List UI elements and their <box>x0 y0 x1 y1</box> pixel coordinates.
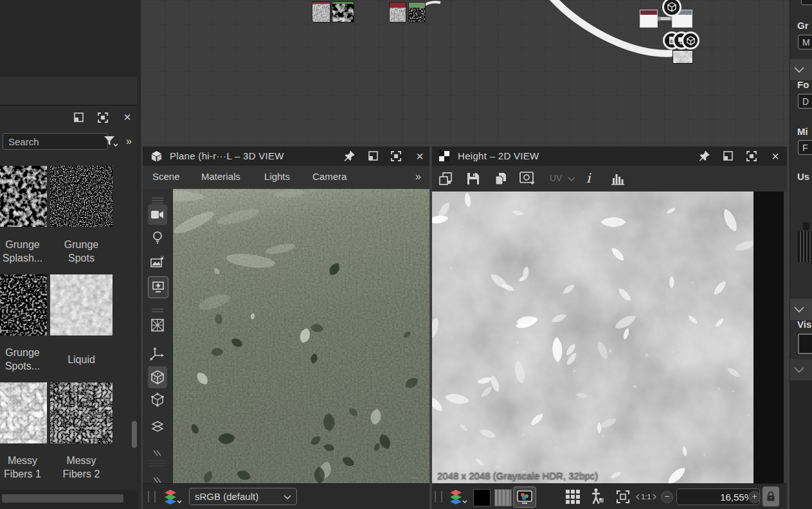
panel-edge <box>784 192 787 483</box>
height-map-image <box>432 192 753 483</box>
graph-node[interactable] <box>312 1 330 22</box>
graph-node-thumbnail[interactable] <box>672 50 693 64</box>
color-layers-icon[interactable] <box>449 489 468 506</box>
tiling-swatch[interactable] <box>494 489 512 506</box>
view2d-bottom-bar: 1:1 − + <box>432 483 787 509</box>
copy-icon[interactable] <box>492 170 509 188</box>
menu-materials[interactable]: Materials <box>201 171 240 182</box>
viewport-2d[interactable]: 2048 x 2048 (Grayscale HDR, 32bpc) <box>432 192 787 483</box>
view3d-tool-column <box>143 189 173 483</box>
resize-grip[interactable] <box>435 491 442 503</box>
close-icon[interactable]: × <box>121 111 134 123</box>
light-bulb-icon[interactable] <box>148 229 167 247</box>
menu-overflow-icon[interactable]: » <box>415 171 421 183</box>
viewport-3d[interactable] <box>172 189 429 483</box>
asset-label: GrungeSpots... <box>0 346 45 373</box>
colorspace-dropdown[interactable]: sRGB (default) <box>189 488 297 505</box>
wireframe-cube-button[interactable] <box>148 366 167 388</box>
library-header-strip <box>0 76 141 105</box>
info-icon[interactable]: i <box>586 170 590 186</box>
menu-camera[interactable]: Camera <box>312 171 347 182</box>
shelf-overflow-icon[interactable]: » <box>126 136 132 147</box>
group-value-button[interactable]: M <box>798 35 812 49</box>
graph-node[interactable] <box>389 2 406 22</box>
save-icon[interactable] <box>465 170 482 188</box>
mannequin-scale-icon[interactable] <box>589 487 606 505</box>
resize-grip[interactable] <box>148 491 156 503</box>
asset-thumbnail <box>0 382 47 443</box>
asset-label: Liquid <box>50 353 113 366</box>
chevron-down-icon <box>794 307 804 313</box>
zoom-out-button[interactable]: − <box>661 491 673 503</box>
color-layers-icon[interactable] <box>163 489 183 506</box>
environment-image-icon[interactable] <box>148 253 167 271</box>
small-swatch[interactable] <box>803 222 809 230</box>
display-rgb-button[interactable] <box>513 487 536 508</box>
horizontal-scrollbar[interactable] <box>2 494 123 503</box>
uv-chevron-icon[interactable] <box>568 177 575 182</box>
menu-lights[interactable]: Lights <box>264 171 290 182</box>
arrow-right-icon <box>653 494 656 500</box>
maximize-icon[interactable] <box>390 150 402 163</box>
search-input[interactable] <box>3 133 108 150</box>
mesh-badge-icon <box>681 31 699 49</box>
menu-scene[interactable]: Scene <box>152 171 180 182</box>
asset-thumbnail <box>50 382 113 443</box>
histogram-icon[interactable] <box>609 170 626 188</box>
mip-value-button[interactable]: F <box>798 140 812 155</box>
transform-axis-icon[interactable] <box>148 345 167 363</box>
graph-node[interactable] <box>408 2 426 22</box>
close-icon[interactable]: × <box>413 150 426 163</box>
background-color-swatch[interactable] <box>473 489 491 506</box>
asset-thumbnail <box>0 166 47 227</box>
maximize-icon[interactable] <box>96 111 109 124</box>
dock-icon[interactable] <box>721 150 734 163</box>
geometry-grid-icon[interactable] <box>148 316 167 334</box>
shelf-right-divider <box>137 0 141 509</box>
filter-icon[interactable] <box>103 134 120 150</box>
one-to-one-label: 1:1 <box>641 493 651 501</box>
display-settings-button[interactable] <box>148 276 168 298</box>
format-value-button[interactable]: D <box>798 94 812 109</box>
arrow-left-icon <box>636 494 640 500</box>
pin-icon[interactable] <box>698 150 710 163</box>
image-refresh-icon[interactable] <box>519 170 536 188</box>
close-icon[interactable]: × <box>769 150 782 163</box>
section-header[interactable] <box>790 59 812 80</box>
lock-zoom-button[interactable] <box>762 487 779 506</box>
asset-label: GrungeSplash... <box>0 238 45 265</box>
graph-node-output[interactable] <box>640 10 658 28</box>
library-panel: × » GrungeSplash... GrungeSpots GrungeSp… <box>0 0 141 509</box>
grid-toggle-icon[interactable] <box>564 488 581 506</box>
view2d-toolbar: UV i <box>432 166 787 192</box>
uv-mode-label[interactable]: UV <box>550 173 562 183</box>
dock-icon[interactable] <box>366 150 379 163</box>
property-input-fragment[interactable] <box>801 0 812 5</box>
section-header[interactable] <box>790 359 812 380</box>
view3d-titlebar[interactable]: Plane (hi-r···L – 3D VIEW × <box>143 147 429 166</box>
export-icon[interactable] <box>437 170 454 188</box>
asset-label: MessyFibers 2 <box>50 454 113 481</box>
cube-vertices-icon[interactable] <box>148 391 167 409</box>
mip-label: Mi <box>797 126 808 137</box>
section-header[interactable] <box>790 299 812 320</box>
graph-node[interactable] <box>332 1 354 22</box>
zoom-in-button[interactable]: + <box>748 491 761 503</box>
view3d-title: Plane (hi-r···L – 3D VIEW <box>170 150 284 161</box>
vertical-scrollbar[interactable] <box>132 421 137 448</box>
properties-panel: Gr M Fo D Mi F Us Vis <box>789 0 812 509</box>
barcode-texture <box>798 231 812 262</box>
camera-view-button[interactable] <box>148 204 167 225</box>
view2d-titlebar[interactable]: Height – 2D VIEW × <box>432 147 787 166</box>
view3d-panel: Plane (hi-r···L – 3D VIEW × Scene Materi… <box>143 147 429 509</box>
panel-lower-area <box>790 380 812 509</box>
visible-if-input[interactable] <box>798 334 812 354</box>
zoom-actual-size-button[interactable]: 1:1 <box>635 490 657 503</box>
zoom-level-input[interactable] <box>676 488 760 505</box>
pin-icon[interactable] <box>343 150 356 163</box>
maximize-icon[interactable] <box>745 150 758 163</box>
colorspace-value: sRGB (default) <box>195 491 258 502</box>
dock-icon[interactable] <box>72 111 85 124</box>
fit-view-icon[interactable] <box>615 488 631 506</box>
layer-planes-icon[interactable] <box>148 418 167 436</box>
